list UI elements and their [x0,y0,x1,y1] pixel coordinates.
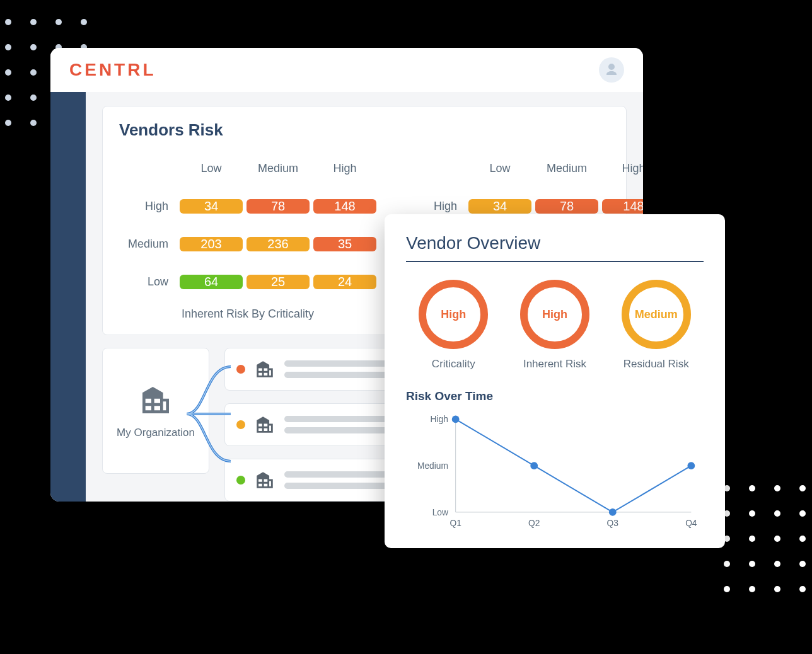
decorative-dots-bottom-right [724,485,806,592]
org-root-label: My Organization [117,427,195,439]
heatmap-left: LowMediumHighHigh3478148Medium20323635Lo… [119,151,376,321]
heatmap-row-label: Low [119,275,176,289]
vendors-risk-title: Vendors Risk [119,120,610,140]
heatmap-col-label: Low [180,162,243,175]
heatmap-caption: Inherent Risk By Criticality [119,307,376,321]
status-dot-icon [236,476,245,485]
chart-x-tick: Q4 [685,519,697,528]
building-icon [254,469,276,491]
risk-donut: HighInherent Risk [508,280,603,370]
heatmap-row-label: High [119,200,176,213]
chart-y-tick: High [431,415,448,424]
building-icon [138,382,173,418]
heatmap-col-label: High [313,162,376,175]
building-icon [254,414,276,435]
chart-point [530,462,538,469]
risk-over-time-title: Risk Over Time [406,389,704,403]
risk-donut-value: High [542,308,567,321]
heatmap-cell[interactable]: 34 [468,199,531,214]
risk-donuts-row: HighCriticalityHighInherent RiskMediumRe… [406,280,704,370]
risk-donut-value: Medium [635,308,678,321]
heatmap-col-label: Low [468,162,531,175]
risk-donut: MediumResidual Risk [608,280,704,370]
risk-donut-caption: Criticality [406,358,501,370]
heatmap-col-label: Medium [535,162,598,175]
heatmap-row-label: High [408,200,465,213]
app-header: CENTRL [50,48,643,92]
heatmap-cell[interactable]: 35 [313,237,376,251]
chart-point [687,462,695,469]
chart-x-tick: Q1 [450,519,461,528]
chart-x-tick: Q3 [607,519,619,528]
org-root-card[interactable]: My Organization [102,348,209,474]
heatmap-cell[interactable]: 148 [313,199,376,214]
risk-donut: HighCriticality [406,280,501,370]
heatmap-cell[interactable]: 78 [535,199,598,214]
chart-x-tick: Q2 [528,519,540,528]
heatmap-cell[interactable]: 24 [313,275,376,289]
vendor-overview-card: Vendor Overview HighCriticalityHighInher… [385,214,725,548]
status-dot-icon [236,420,245,429]
chart-y-tick: Low [432,508,448,517]
heatmap-cell[interactable]: 203 [180,237,243,251]
heatmap-cell[interactable]: 25 [246,275,310,289]
vendor-overview-title: Vendor Overview [406,233,704,262]
user-avatar[interactable] [599,57,624,83]
risk-over-time-chart: HighMediumLowQ1Q2Q3Q4 [406,412,704,532]
chart-point [452,416,460,423]
status-dot-icon [236,365,245,374]
chart-y-tick: Medium [417,461,448,471]
app-logo: CENTRL [69,60,156,80]
heatmap-cell[interactable]: 78 [246,199,310,214]
heatmap-col-label: High [602,162,643,175]
heatmap-cell[interactable]: 148 [602,199,643,214]
risk-donut-caption: Residual Risk [608,358,704,370]
risk-donut-caption: Inherent Risk [508,358,603,370]
building-icon [254,359,276,380]
risk-donut-value: High [441,308,466,321]
heatmap-cell[interactable]: 236 [246,237,310,251]
heatmap-col-label: Medium [246,162,310,175]
chart-line [456,419,692,512]
sidebar [50,92,86,502]
heatmap-row-label: Medium [119,238,176,251]
user-icon [604,62,619,77]
heatmap-cell[interactable]: 34 [180,199,243,214]
heatmap-cell[interactable]: 64 [180,275,243,289]
chart-point [609,508,617,516]
